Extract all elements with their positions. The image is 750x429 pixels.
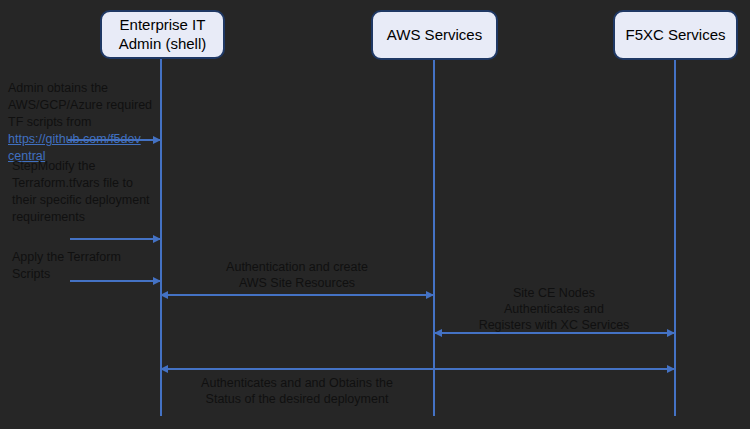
arrow-auth-create-aws (161, 294, 433, 296)
arrow-line (161, 368, 674, 370)
arrowhead-right-icon (153, 136, 161, 144)
arrowhead-right-icon (667, 329, 675, 337)
arrow-line (70, 280, 160, 282)
lifeline-f5xc-services (674, 60, 676, 416)
actor-f5xc-services: F5XC Services (613, 10, 738, 60)
message-label-auth-create-aws: Authentication and create AWS Site Resou… (161, 259, 433, 291)
arrow-obtain-scripts (68, 139, 160, 141)
arrow-line (161, 294, 433, 296)
sequence-diagram-canvas: Enterprise IT Admin (shell) AWS Services… (0, 0, 750, 429)
arrowhead-right-icon (153, 277, 161, 285)
arrow-line (435, 332, 674, 334)
note-obtain-tf-scripts-text: Admin obtains the AWS/GCP/Azure required… (8, 81, 152, 129)
arrowhead-left-icon (434, 329, 442, 337)
note-apply-terraform-scripts: Apply the Terraform Scripts (12, 249, 162, 283)
arrow-apply-scripts (70, 280, 160, 282)
message-label-auth-status: Authenticates and and Obtains the Status… (161, 375, 433, 407)
arrowhead-right-icon (153, 235, 161, 243)
arrow-line (70, 238, 160, 240)
arrow-auth-status (161, 368, 674, 370)
actor-aws-services: AWS Services (371, 10, 498, 60)
message-label-site-ce-register: Site CE Nodes Authenticates and Register… (434, 285, 674, 333)
arrow-modify-tfvars (70, 238, 160, 240)
arrow-site-ce-register (435, 332, 674, 334)
arrowhead-left-icon (160, 291, 168, 299)
arrowhead-left-icon (160, 365, 168, 373)
note-modify-tfvars: StepModify the Terraform.tfvars file to … (12, 158, 172, 226)
arrowhead-right-icon (426, 291, 434, 299)
arrowhead-right-icon (667, 365, 675, 373)
actor-enterprise-it-admin: Enterprise IT Admin (shell) (100, 10, 225, 59)
arrow-line (68, 139, 160, 141)
lifeline-aws-services (433, 60, 435, 416)
